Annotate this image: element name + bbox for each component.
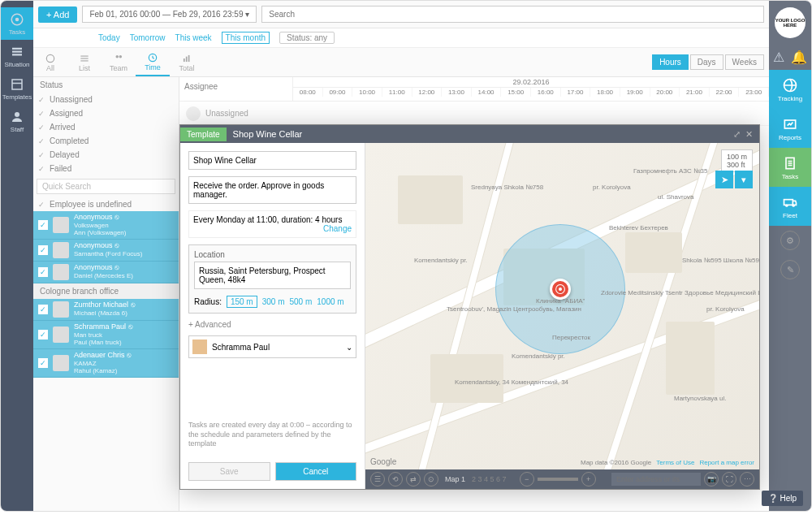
layers-btn[interactable]: ▾: [735, 171, 753, 188]
cancel-button[interactable]: Cancel: [275, 462, 357, 481]
employee-group[interactable]: Cologne branch office: [33, 283, 179, 299]
advanced-toggle[interactable]: + Advanced: [188, 320, 356, 329]
mt-route[interactable]: ⟲: [388, 472, 403, 487]
nav-tasks[interactable]: Tasks: [1, 7, 33, 40]
tab-all[interactable]: All: [33, 48, 67, 76]
employee-item[interactable]: Anonymous ⎋Samantha (Ford Focus): [33, 240, 179, 262]
status-delayed[interactable]: Delayed: [33, 148, 179, 162]
hour-cell: 11:00: [382, 88, 412, 97]
location-input[interactable]: Russia, Saint Petersburg, Prospect Queen…: [194, 262, 351, 289]
nav-templates[interactable]: Templates: [1, 72, 33, 105]
bell-icon[interactable]: 🔔: [791, 50, 807, 65]
mt-full[interactable]: ⛶: [722, 472, 736, 487]
help-button[interactable]: ❔ Help: [762, 491, 803, 506]
map-toolbar: ☰ ⟲ ⇄ ⊙ Map 1 2 3 4 5 6 7 − + 📷 ⛶ ⋯: [365, 469, 759, 489]
modal-title: Shop Wine Cellar: [227, 129, 303, 139]
svg-rect-16: [186, 56, 188, 61]
status-unassigned[interactable]: Unassigned: [33, 93, 179, 106]
filter-this-month[interactable]: This month: [222, 32, 270, 44]
zoom-out[interactable]: −: [520, 472, 534, 487]
hour-cell: 22:00: [710, 88, 740, 97]
tab-team[interactable]: Team: [102, 48, 136, 76]
expand-icon[interactable]: ⤢: [733, 129, 741, 140]
map-poi-label: Srednyaya Shkola №758: [471, 184, 543, 191]
map-poi-label: Zdorovie Meditsinskiy Tsentr Здоровье Ме…: [601, 289, 759, 296]
rn-edit[interactable]: ✎: [780, 260, 800, 279]
tab-time[interactable]: Time: [136, 48, 170, 76]
employee-undefined[interactable]: Employee is undefined: [33, 197, 179, 211]
alert-icon[interactable]: ⚠: [773, 50, 784, 65]
checkbox[interactable]: [38, 330, 48, 340]
assignee-select[interactable]: Schramma Paul ⌄: [188, 335, 356, 358]
tab-list[interactable]: List: [67, 48, 102, 76]
save-button[interactable]: Save: [188, 462, 270, 481]
employee-item[interactable]: Anonymous ⎋VolkswagenAnn (Volkswagen): [33, 211, 179, 240]
template-name-input[interactable]: [188, 151, 356, 170]
nav-staff[interactable]: Staff: [1, 105, 33, 137]
svg-point-12: [116, 54, 119, 58]
mt-share[interactable]: ⇄: [406, 472, 421, 487]
quick-search[interactable]: Quick Search: [37, 179, 175, 194]
radius-1000[interactable]: 1000 m: [317, 297, 343, 306]
zoom-days[interactable]: Days: [690, 54, 723, 70]
mt-cam[interactable]: 📷: [704, 472, 719, 487]
rn-tracking[interactable]: Tracking: [769, 70, 811, 109]
status-completed[interactable]: Completed: [33, 134, 179, 148]
zoom-in[interactable]: +: [581, 472, 596, 487]
employee-item[interactable]: Adenauer Chris ⎋KAMAZRahul (Kamaz): [33, 349, 179, 378]
status-assigned[interactable]: Assigned: [33, 106, 179, 120]
search-input[interactable]: [261, 6, 764, 23]
checkbox[interactable]: [38, 267, 48, 277]
nav-situation[interactable]: Situation: [1, 40, 33, 72]
checkbox[interactable]: [38, 305, 48, 314]
locate-btn[interactable]: ➤: [715, 171, 733, 188]
tab-total[interactable]: Total: [170, 48, 204, 76]
location-label: Location: [194, 250, 351, 259]
svg-rect-10: [80, 58, 88, 58]
zoom-hours[interactable]: Hours: [652, 54, 689, 70]
filter-tomorrow[interactable]: Tomorrow: [130, 33, 166, 42]
checkbox[interactable]: [38, 358, 48, 368]
rn-reports[interactable]: Reports: [769, 109, 811, 148]
map[interactable]: ⦿ Srednyaya Shkola №758Газпромнефть АЗС …: [365, 143, 759, 489]
filter-today[interactable]: Today: [98, 33, 120, 42]
add-button[interactable]: + Add: [38, 6, 77, 23]
mt-layers[interactable]: ☰: [370, 472, 385, 487]
close-icon[interactable]: ✕: [745, 129, 753, 140]
report-link[interactable]: Report a map error: [699, 459, 754, 466]
zoom-weeks[interactable]: Weeks: [725, 54, 764, 70]
template-desc[interactable]: Receive the order. Approve in goods mana…: [188, 176, 356, 204]
address-input[interactable]: [611, 473, 701, 486]
radius-500[interactable]: 500 m: [290, 297, 313, 306]
map-tabs[interactable]: 2 3 4 5 6 7: [472, 475, 507, 483]
logo: YOUR LOGO HERE: [775, 7, 806, 38]
rn-tasks[interactable]: Tasks: [769, 148, 811, 187]
terms-link[interactable]: Terms of Use: [656, 459, 694, 466]
mt-pin[interactable]: ⊙: [424, 472, 438, 487]
employee-item[interactable]: Anonymous ⎋Daniel (Mercedes E): [33, 262, 179, 283]
status-filter[interactable]: Status: any: [279, 32, 335, 44]
chevron-down-icon: ⌄: [346, 343, 352, 352]
map-poi-label: Shkola №595 Школа №595: [682, 257, 759, 264]
status-failed[interactable]: Failed: [33, 162, 179, 175]
employee-item[interactable]: Schramma Paul ⎋Man truckPaul (Man truck): [33, 321, 179, 349]
svg-rect-15: [184, 58, 185, 62]
sidebar: Status Unassigned Assigned Arrived Compl…: [33, 77, 179, 511]
date-range[interactable]: Feb 01, 2016 00:00 — Feb 29, 2016 23:59 …: [82, 6, 257, 23]
change-link[interactable]: Change: [323, 224, 352, 233]
zoom-slider[interactable]: [538, 478, 578, 481]
radius-300[interactable]: 300 m: [262, 297, 285, 306]
checkbox[interactable]: [38, 245, 48, 255]
filter-this-week[interactable]: This week: [175, 33, 212, 42]
mt-more[interactable]: ⋯: [740, 472, 754, 487]
employee-item[interactable]: Zumthor Michael ⎋Michael (Mazda 6): [33, 299, 179, 321]
view-tabs: All List Team Time Total Hours Days Week…: [33, 48, 769, 77]
left-nav: Tasks Situation Templates Staff: [1, 1, 33, 511]
status-arrived[interactable]: Arrived: [33, 120, 179, 134]
template-modal: Template Shop Wine Cellar ⤢✕ Receive the…: [179, 124, 760, 490]
rn-settings[interactable]: ⚙: [780, 231, 800, 250]
status-head: Status: [33, 77, 179, 93]
checkbox[interactable]: [38, 220, 48, 230]
radius-150[interactable]: 150 m: [227, 296, 257, 308]
rn-fleet[interactable]: Fleet: [769, 187, 811, 226]
